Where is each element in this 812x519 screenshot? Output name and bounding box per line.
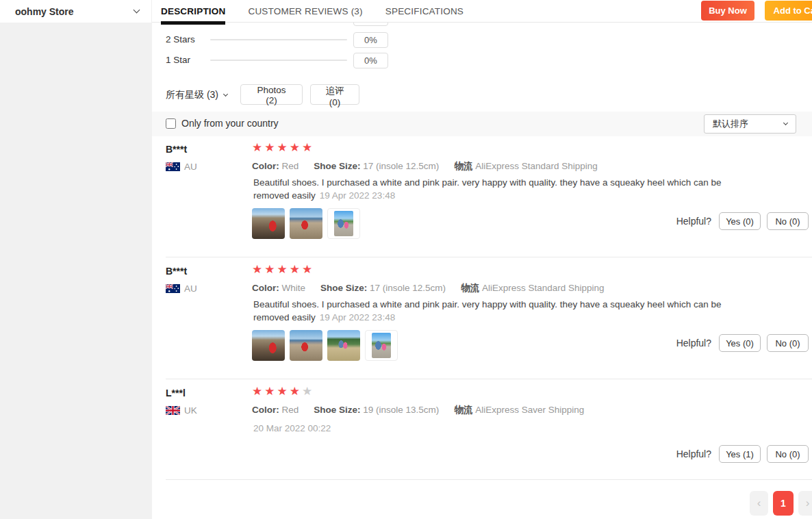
store-selector[interactable]: oohmy Store [0, 0, 152, 23]
left-sidebar-panel [0, 23, 152, 519]
flag-au-icon [166, 284, 180, 293]
logistics-label: 物流 [454, 405, 472, 415]
review-photo[interactable] [252, 330, 285, 361]
rating-bar-track [210, 39, 347, 40]
rating-bar-label: 1 Star [166, 55, 190, 65]
flag-uk-icon [166, 406, 180, 415]
rating-percent-box-partial [353, 23, 388, 26]
logistics-value: AliExpress Standard Shipping [482, 283, 605, 293]
sort-dropdown[interactable]: 默认排序 [704, 114, 796, 134]
helpful-no-button[interactable]: No (0) [767, 212, 809, 230]
buy-now-button[interactable]: Buy Now [701, 1, 754, 21]
review-sku-details: Color: WhiteShoe Size: 17 (insole 12.5cm… [252, 282, 620, 294]
reviewer-name: L***l [166, 388, 186, 398]
pagination-prev-button[interactable]: ‹ [750, 491, 768, 516]
review-date: 19 Apr 2022 23:48 [320, 190, 395, 201]
size-label: Shoe Size: [314, 161, 360, 171]
tab-customer-reviews[interactable]: CUSTOMER REVIEWS (3) [248, 0, 362, 23]
add-to-cart-button[interactable]: Add to Cart [765, 1, 812, 21]
color-value: Red [282, 405, 299, 415]
review-photo[interactable] [365, 330, 398, 361]
tab-specifications[interactable]: SPECIFICATIONS [385, 0, 464, 23]
only-country-checkbox-row[interactable]: Only from your country [166, 118, 279, 129]
review-body: ★★★★★ Color: RedShoe Size: 19 (insole 13… [252, 384, 812, 501]
reviewer-country: AU [166, 162, 197, 172]
review-photos [252, 208, 360, 239]
logistics-value: AliExpress Saver Shipping [475, 405, 584, 415]
pagination-next-button[interactable]: › [798, 491, 812, 516]
stars-filled: ★★★★ [252, 385, 302, 398]
filter-photos-button[interactable]: Photos (2) [240, 84, 303, 105]
store-name: oohmy Store [15, 6, 74, 17]
review-text: Beautiful shoes. I purchased a white and… [253, 177, 729, 202]
reviewer-name: B***t [166, 266, 187, 277]
review-sku-details: Color: RedShoe Size: 19 (insole 13.5cm)物… [252, 404, 599, 416]
filter-followup-button[interactable]: 追评(0) [310, 84, 359, 105]
helpful-label: Helpful? [676, 448, 711, 459]
review-divider [166, 479, 812, 480]
review-photo-inner [334, 211, 353, 236]
star-rating: ★★★★★ [252, 385, 314, 397]
review-photo[interactable] [290, 330, 322, 361]
helpful-yes-button[interactable]: Yes (0) [719, 334, 761, 352]
star-rating: ★★★★★ [252, 264, 314, 275]
logistics-label: 物流 [454, 161, 472, 171]
sort-selected-value: 默认排序 [713, 118, 748, 130]
review-item: L***l UK ★★★★★ Color: RedShoe Size: 19 (… [166, 384, 812, 501]
rating-percent-box: 0% [353, 53, 388, 68]
review-photo[interactable] [290, 208, 322, 239]
only-country-checkbox[interactable] [166, 118, 176, 129]
tab-description[interactable]: DESCRIPTION [161, 0, 225, 23]
reviews-content: 2 Stars 0% 1 Star 0% 所有星级 (3) Photos (2)… [152, 23, 812, 519]
stars-empty: ★ [302, 385, 314, 398]
chevron-left-icon: ‹ [757, 496, 761, 510]
review-sku-details: Color: RedShoe Size: 17 (insole 12.5cm)物… [252, 160, 613, 173]
color-label: Color: [252, 283, 279, 293]
chevron-right-icon: › [806, 496, 810, 510]
color-value: White [282, 283, 306, 293]
rating-bar-label: 2 Stars [166, 34, 195, 45]
review-date: 20 Mar 2022 00:22 [253, 423, 331, 433]
country-code: AU [184, 162, 197, 172]
logistics-value: AliExpress Standard Shipping [475, 161, 598, 171]
review-divider [166, 379, 812, 379]
country-code: UK [184, 405, 197, 416]
review-body: ★★★★★ Color: WhiteShoe Size: 17 (insole … [252, 262, 812, 379]
reviewer-country: AU [166, 283, 197, 294]
review-photo[interactable] [327, 330, 360, 361]
helpful-no-button[interactable]: No (0) [767, 334, 809, 352]
helpful-label: Helpful? [676, 338, 711, 349]
reviewer-name: B***t [166, 144, 187, 155]
pagination-page-1-button[interactable]: 1 [773, 491, 794, 516]
product-tabs: DESCRIPTION CUSTOMER REVIEWS (3) SPECIFI… [161, 0, 464, 23]
chevron-down-icon [223, 91, 228, 96]
review-page: oohmy Store DESCRIPTION CUSTOMER REVIEWS… [0, 0, 812, 519]
top-bar: oohmy Store DESCRIPTION CUSTOMER REVIEWS… [0, 0, 812, 23]
color-label: Color: [252, 405, 279, 415]
color-value: Red [282, 161, 299, 171]
filter-band: Only from your country 默认排序 [152, 112, 812, 136]
review-item: B***t AU ★★★★★ Color: RedShoe Size: 17 [166, 140, 812, 257]
reviewer-country: UK [166, 405, 197, 416]
helpful-yes-button[interactable]: Yes (1) [719, 445, 761, 463]
review-date: 19 Apr 2022 23:48 [320, 312, 395, 322]
star-rating: ★★★★★ [252, 142, 314, 153]
review-photo[interactable] [327, 208, 360, 239]
country-code: AU [184, 283, 197, 294]
chevron-down-icon [134, 7, 140, 14]
size-label: Shoe Size: [320, 283, 367, 293]
helpful-controls: Helpful? Yes (0) No (0) [676, 334, 809, 352]
review-photo[interactable] [252, 208, 285, 239]
chevron-down-icon [783, 120, 788, 125]
size-value: 17 (insole 12.5cm) [363, 161, 439, 171]
size-label: Shoe Size: [314, 405, 360, 415]
helpful-no-button[interactable]: No (0) [767, 445, 809, 463]
helpful-yes-button[interactable]: Yes (0) [719, 212, 761, 230]
review-text: Beautiful shoes. I purchased a white and… [253, 299, 729, 324]
star-filter-dropdown[interactable]: 所有星级 (3) [166, 89, 227, 101]
color-label: Color: [252, 161, 279, 171]
helpful-controls: Helpful? Yes (0) No (0) [676, 212, 809, 230]
star-filter-label: 所有星级 (3) [166, 89, 218, 101]
rating-percent-box: 0% [353, 32, 388, 48]
pagination: ‹ 1 › [750, 491, 812, 516]
